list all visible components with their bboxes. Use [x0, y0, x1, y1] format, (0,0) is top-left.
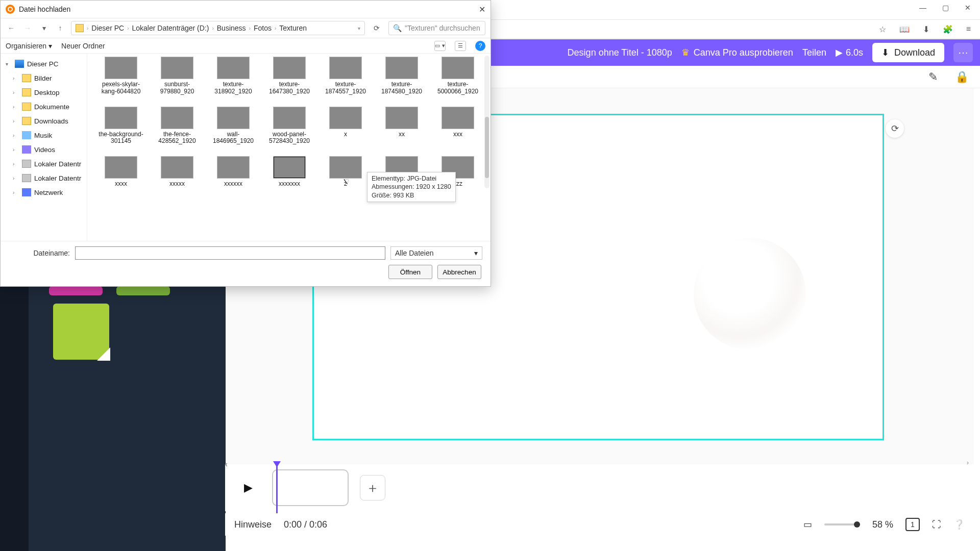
magic-tool-icon[interactable]: ✎ [928, 70, 938, 84]
zoom-percent[interactable]: 58 % [872, 519, 893, 530]
breadcrumb[interactable]: › Dieser PC › Lokaler Datenträger (D:) ›… [71, 21, 365, 35]
file-thumbnail[interactable]: pexels-skylar-kang-6044820 [94, 57, 148, 95]
folder-tree[interactable]: ▾Dieser PC›Bilder›Desktop›Dokumente›Down… [1, 54, 87, 241]
view-list-button[interactable]: ☰ [455, 41, 466, 51]
file-thumbnail[interactable]: xxxx [94, 156, 148, 188]
tree-node[interactable]: ›Dokumente [3, 99, 85, 114]
nav-forward-button[interactable]: → [22, 24, 33, 32]
file-pane[interactable]: pexels-skylar-kang-6044820sunburst-97988… [87, 54, 491, 241]
nav-recent-dropdown[interactable]: ▾ [38, 24, 50, 32]
zoom-slider[interactable] [824, 523, 860, 525]
window-maximize-button[interactable]: ▢ [940, 3, 950, 13]
lock-icon[interactable]: 🔒 [955, 70, 969, 84]
tree-node[interactable]: ›Musik [3, 128, 85, 142]
reader-mode-icon[interactable]: 📖 [899, 24, 910, 34]
view-grid-icon[interactable]: ▭ [803, 519, 812, 530]
share-button[interactable]: Teilen [802, 47, 826, 58]
bookmark-star-icon[interactable]: ☆ [879, 24, 886, 34]
tree-caret-icon[interactable]: › [13, 90, 19, 95]
crumb-4[interactable]: Texturen [279, 24, 307, 32]
crumb-2[interactable]: Business [217, 24, 246, 32]
file-thumbnail[interactable]: texture-1874580_1920 [375, 57, 428, 95]
file-thumbnail[interactable]: xxxxx [151, 156, 204, 188]
swatch-green-large[interactable] [53, 304, 109, 360]
dialog-close-button[interactable]: ✕ [479, 5, 485, 14]
chevron-down-icon[interactable]: ▾ [358, 26, 360, 31]
nav-back-button[interactable]: ← [6, 24, 17, 32]
tree-caret-icon[interactable]: › [13, 76, 19, 81]
pages-badge[interactable]: 1 [905, 518, 920, 531]
timeline-collapse-left[interactable]: ‹ [225, 460, 228, 468]
organize-menu[interactable]: Organisieren ▾ [6, 42, 52, 50]
file-thumbnail[interactable]: texture-5000066_1920 [431, 57, 484, 95]
view-mode-toggle[interactable]: ▭ ▾ [434, 41, 446, 51]
design-title[interactable]: Design ohne Titel - 1080p [568, 47, 672, 58]
open-button[interactable]: Öffnen [388, 265, 432, 279]
file-pane-scrollbar[interactable] [484, 56, 489, 188]
file-thumbnail[interactable]: xxx [431, 107, 484, 145]
search-box[interactable]: 🔍 "Texturen" durchsuchen [388, 21, 485, 35]
tree-caret-icon[interactable]: › [13, 147, 19, 153]
tree-node[interactable]: ›Bilder [3, 71, 85, 85]
canva-pro-button[interactable]: ♛ Canva Pro ausprobieren [681, 47, 793, 58]
new-folder-button[interactable]: Neuer Ordner [61, 42, 105, 50]
browser-menu-icon[interactable]: ≡ [966, 24, 971, 34]
file-thumbnail[interactable]: texture-318902_1920 [207, 57, 260, 95]
canvas-refresh-button[interactable]: ⟳ [886, 119, 904, 138]
tree-caret-icon[interactable]: › [13, 176, 19, 181]
dialog-nav: ← → ▾ ↑ › Dieser PC › Lokaler Datenträge… [1, 18, 491, 38]
cancel-button[interactable]: Abbrechen [437, 265, 481, 279]
nav-reload-button[interactable]: ⟳ [370, 24, 383, 32]
file-thumbnail[interactable]: the-fence-428562_1920 [151, 107, 204, 145]
crumb-0[interactable]: Dieser PC [91, 24, 124, 32]
swatch-magenta[interactable] [49, 286, 103, 295]
tree-node[interactable]: ›Videos [3, 142, 85, 157]
timeline-playhead[interactable] [276, 464, 278, 513]
file-thumbnail[interactable]: wood-panel-5728430_1920 [263, 107, 316, 145]
file-thumbnail[interactable]: texture-1874557_1920 [319, 57, 372, 95]
file-thumbnail[interactable]: the-background-301145 [94, 107, 148, 145]
header-more-button[interactable]: ⋯ [953, 43, 973, 62]
swatch-green-small[interactable] [116, 286, 170, 295]
tree-caret-icon[interactable]: ▾ [6, 61, 12, 67]
tree-node[interactable]: ›Lokaler Datentr [3, 171, 85, 185]
timeline-collapse-right[interactable]: › [967, 459, 969, 466]
extensions-icon[interactable]: 🧩 [943, 24, 953, 34]
file-thumbnail[interactable]: xx [375, 107, 428, 145]
crumb-1[interactable]: Lokaler Datenträger (D:) [132, 24, 209, 32]
hints-button[interactable]: Hinweise [234, 519, 272, 530]
download-button[interactable]: ⬇ Download [872, 43, 944, 62]
file-thumbnail[interactable]: wall-1846965_1920 [207, 107, 260, 145]
tree-caret-icon[interactable]: › [13, 190, 19, 195]
downloads-icon[interactable]: ⬇ [923, 24, 929, 34]
timeline-play-button[interactable]: ▶ [235, 475, 261, 500]
tree-caret-icon[interactable]: › [13, 104, 19, 110]
file-thumbnail[interactable]: texture-1647380_1920 [263, 57, 316, 95]
window-close-button[interactable]: ✕ [963, 3, 973, 13]
tree-caret-icon[interactable]: › [13, 133, 19, 138]
filetype-select[interactable]: Alle Dateien ▾ [390, 246, 482, 260]
file-thumbnail[interactable]: xxxxxxx [263, 156, 316, 188]
chevron-down-icon: ▾ [474, 249, 478, 257]
tree-node[interactable]: ›Lokaler Datentr [3, 157, 85, 171]
file-thumbnail[interactable]: xxxxxx [207, 156, 260, 188]
tree-caret-icon[interactable]: › [13, 161, 19, 167]
file-thumbnail[interactable]: x [319, 107, 372, 145]
nav-up-button[interactable]: ↑ [55, 24, 66, 32]
window-minimize-button[interactable]: — [918, 3, 928, 13]
file-thumbnail[interactable]: sunburst-979880_920 [151, 57, 204, 95]
play-duration-button[interactable]: ▶ 6.0s [836, 47, 863, 58]
filename-input[interactable] [75, 246, 385, 260]
dialog-help-button[interactable]: ? [475, 41, 485, 51]
help-icon[interactable]: ❔ [953, 519, 965, 530]
tree-node[interactable]: ›Netzwerk [3, 185, 85, 199]
crumb-3[interactable]: Fotos [254, 24, 272, 32]
timeline-clip[interactable] [272, 469, 349, 506]
tree-node[interactable]: ›Desktop [3, 85, 85, 99]
tree-node[interactable]: ▾Dieser PC [3, 57, 85, 71]
fullscreen-icon[interactable]: ⛶ [932, 519, 941, 530]
tree-node[interactable]: ›Downloads [3, 114, 85, 128]
timeline-add-clip-button[interactable]: ＋ [360, 475, 385, 500]
tree-caret-icon[interactable]: › [13, 118, 19, 124]
file-thumbnail[interactable]: z [319, 156, 372, 188]
